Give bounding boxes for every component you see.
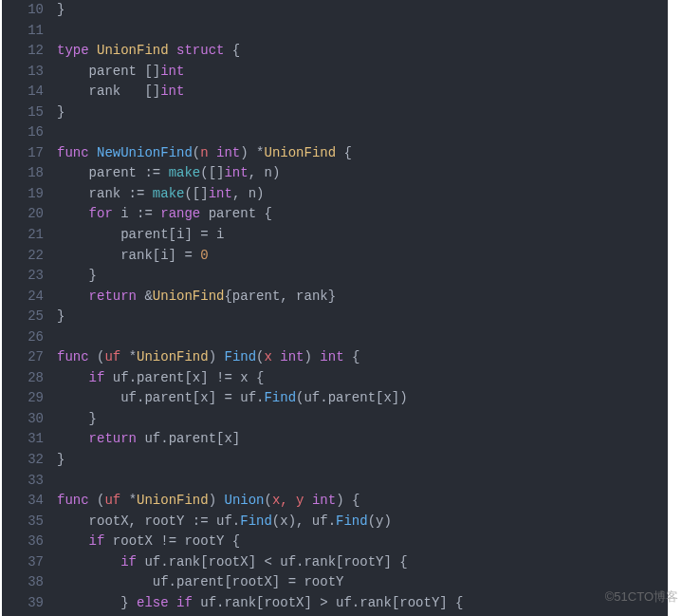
code-line[interactable]: func (uf *UnionFind) Find(x int) int {: [57, 347, 668, 368]
line-number: 15: [2, 103, 44, 123]
line-number: 27: [2, 347, 44, 368]
code-line[interactable]: for i := range parent {: [57, 204, 668, 225]
code-line[interactable]: }: [57, 0, 668, 21]
code-line[interactable]: [57, 122, 668, 143]
code-line[interactable]: return uf.parent[x]: [57, 429, 668, 450]
code-line[interactable]: parent[i] = i: [57, 225, 668, 246]
line-number: 37: [2, 552, 44, 573]
code-line[interactable]: }: [57, 307, 668, 327]
line-number: 39: [2, 593, 44, 614]
line-number: 10: [2, 0, 44, 21]
code-line[interactable]: [57, 471, 668, 492]
code-line[interactable]: }: [57, 103, 668, 123]
code-line[interactable]: } else if uf.rank[rootX] > uf.rank[rootY…: [57, 593, 668, 614]
line-number: 30: [2, 409, 44, 430]
line-number: 16: [2, 122, 44, 143]
code-line[interactable]: if uf.parent[x] != x {: [57, 368, 668, 389]
code-line[interactable]: parent := make([]int, n): [57, 163, 668, 184]
line-number: 11: [2, 21, 44, 42]
code-line[interactable]: func NewUnionFind(n int) *UnionFind {: [57, 143, 668, 164]
line-number-gutter: 1011121314151617181920212223242526272829…: [2, 0, 57, 613]
line-number: 26: [2, 327, 44, 348]
line-number: 38: [2, 572, 44, 593]
line-number: 24: [2, 287, 44, 308]
line-number: 29: [2, 388, 44, 409]
line-number: 32: [2, 450, 44, 471]
code-line[interactable]: rootX, rootY := uf.Find(x), uf.Find(y): [57, 512, 668, 532]
watermark-text: ©51CTO博客: [605, 588, 678, 606]
line-number: 33: [2, 471, 44, 492]
code-line[interactable]: rank []int: [57, 82, 668, 103]
code-line[interactable]: parent []int: [57, 62, 668, 83]
line-number: 28: [2, 368, 44, 389]
line-number: 13: [2, 62, 44, 83]
code-line[interactable]: }: [57, 450, 668, 471]
code-line[interactable]: uf.parent[rootX] = rootY: [57, 572, 668, 593]
line-number: 14: [2, 82, 44, 103]
line-number: 19: [2, 184, 44, 205]
line-number: 31: [2, 429, 44, 450]
code-line[interactable]: func (uf *UnionFind) Union(x, y int) {: [57, 491, 668, 512]
code-line[interactable]: [57, 327, 668, 348]
code-line[interactable]: if rootX != rootY {: [57, 532, 668, 552]
code-editor[interactable]: 1011121314151617181920212223242526272829…: [2, 0, 668, 616]
code-line[interactable]: rank := make([]int, n): [57, 184, 668, 205]
line-number: 36: [2, 532, 44, 552]
code-line[interactable]: }: [57, 409, 668, 430]
line-number: 34: [2, 491, 44, 512]
code-line[interactable]: return &UnionFind{parent, rank}: [57, 287, 668, 308]
code-line[interactable]: if uf.rank[rootX] < uf.rank[rootY] {: [57, 552, 668, 573]
line-number: 20: [2, 204, 44, 225]
code-line[interactable]: type UnionFind struct {: [57, 41, 668, 62]
line-number: 21: [2, 225, 44, 246]
line-number: 35: [2, 512, 44, 532]
line-number: 17: [2, 143, 44, 164]
code-line[interactable]: }: [57, 266, 668, 287]
line-number: 12: [2, 41, 44, 62]
line-number: 25: [2, 307, 44, 327]
line-number: 22: [2, 246, 44, 267]
code-line[interactable]: uf.parent[x] = uf.Find(uf.parent[x]): [57, 388, 668, 409]
code-line[interactable]: rank[i] = 0: [57, 246, 668, 267]
code-line[interactable]: [57, 21, 668, 42]
code-content[interactable]: } type UnionFind struct { parent []int r…: [57, 0, 668, 613]
line-number: 23: [2, 266, 44, 287]
line-number: 18: [2, 163, 44, 184]
